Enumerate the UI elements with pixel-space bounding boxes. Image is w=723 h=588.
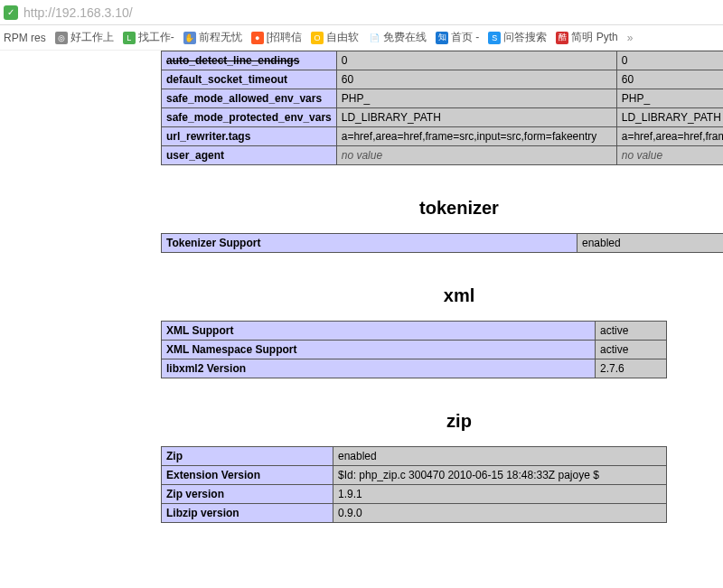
row-key: XML Namespace Support [162,341,596,359]
row-key: default_socket_timeout [162,70,337,89]
table-row: url_rewriter.tagsa=href,area=href,frame=… [162,127,724,146]
bookmark-icon: S [488,32,501,44]
bookmark-item[interactable]: ✋前程无忧 [183,30,242,45]
row-key: XML Support [162,322,596,341]
page-content: auto_detect_line_endings00default_socket… [0,51,723,523]
table-row: default_socket_timeout6060 [162,70,724,89]
bookmark-item[interactable]: O自由软 [311,30,359,45]
bookmark-item[interactable]: L找工作- [123,30,174,45]
row-value-master: 60 [616,70,723,89]
row-value: $Id: php_zip.c 300470 2010-06-15 18:48:3… [333,466,667,485]
row-value: active [596,341,667,359]
xml-table: XML Supportactive XML Namespace Supporta… [161,321,667,378]
row-value-local: 60 [336,70,616,89]
bookmark-item[interactable]: ●[招聘信 [251,30,302,45]
row-key: Zip [162,447,333,466]
row-key: libxml2 Version [162,359,596,378]
row-value-local: 0 [336,51,616,70]
bookmark-icon: L [123,32,136,44]
shield-icon: ✓ [4,5,18,20]
url-bar[interactable]: ✓ http://192.168.3.10/ [0,0,723,25]
section-heading-zip: zip [161,411,723,432]
table-row: safe_mode_protected_env_varsLD_LIBRARY_P… [162,108,724,127]
bookmark-icon: ◎ [55,32,68,44]
table-row: safe_mode_allowed_env_varsPHP_PHP_ [162,89,724,108]
row-key: auto_detect_line_endings [162,51,337,70]
row-key: safe_mode_protected_env_vars [162,108,337,127]
table-row: user_agentno valueno value [162,146,724,165]
row-key: Zip version [162,485,333,504]
row-key: Tokenizer Support [162,234,577,253]
bookmark-label: [招聘信 [267,30,302,45]
row-key: url_rewriter.tags [162,127,337,146]
php-config-table: auto_detect_line_endings00default_socket… [161,51,723,165]
row-value-master: no value [616,146,723,165]
bookmark-label: 首页 - [451,30,479,45]
bookmark-icon: ✋ [183,32,196,44]
section-heading-xml: xml [161,285,723,306]
url-text[interactable]: http://192.168.3.10/ [23,5,133,20]
bookmark-icon: O [311,32,324,44]
row-value: 2.7.6 [596,359,667,378]
bookmark-label: 自由软 [326,30,359,45]
zip-table: Zipenabled Extension Version$Id: php_zip… [161,446,667,523]
bookmark-icon: 知 [436,32,448,44]
bookmark-item[interactable]: S问答搜索 [488,30,547,45]
bookmark-label: 免费在线 [383,30,427,45]
row-value-local: a=href,area=href,frame=src,input=src,for… [336,127,616,146]
table-row: auto_detect_line_endings00 [162,51,724,70]
row-value: 0.9.0 [333,504,667,523]
bookmark-icon: 酷 [556,32,568,44]
row-value: 1.9.1 [333,485,667,504]
row-value-local: PHP_ [336,89,616,108]
row-value-master: LD_LIBRARY_PATH [616,108,723,127]
row-value: active [596,322,667,341]
bookmark-label: 找工作- [138,30,174,45]
row-key: user_agent [162,146,337,165]
row-value-master: 0 [616,51,723,70]
bookmark-item[interactable]: 酷简明 Pyth [556,30,617,45]
row-value-master: PHP_ [616,89,723,108]
bookmark-label: RPM res [4,32,46,44]
bookmark-icon: ● [251,32,264,44]
chevron-more-icon[interactable]: » [627,32,634,44]
row-value: enabled [333,447,667,466]
row-key: Extension Version [162,466,333,485]
row-value-local: LD_LIBRARY_PATH [336,108,616,127]
bookmark-label: 问答搜索 [503,30,547,45]
bookmark-icon: 📄 [368,32,380,44]
bookmark-item[interactable]: RPM res [4,32,46,44]
row-key: safe_mode_allowed_env_vars [162,89,337,108]
row-value: enabled [577,234,724,253]
row-value-local: no value [336,146,616,165]
bookmarks-bar: RPM res◎好工作上L找工作-✋前程无忧●[招聘信O自由软📄免费在线知首页 … [0,25,723,51]
row-value-master: a=href,area=href,frame [616,127,723,146]
tokenizer-table: Tokenizer Supportenabled [161,233,723,253]
bookmark-label: 简明 Pyth [571,30,617,45]
bookmark-label: 前程无忧 [199,30,242,45]
row-key: Libzip version [162,504,333,523]
bookmark-item[interactable]: 📄免费在线 [368,30,427,45]
bookmark-item[interactable]: 知首页 - [436,30,479,45]
bookmark-label: 好工作上 [70,30,114,45]
section-heading-tokenizer: tokenizer [161,198,723,219]
bookmark-item[interactable]: ◎好工作上 [55,30,114,45]
